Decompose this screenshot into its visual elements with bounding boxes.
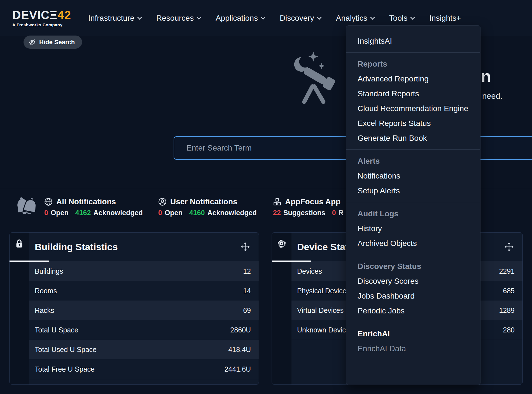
nav-item-label: Discovery	[280, 14, 314, 23]
menu-item-periodic-jobs[interactable]: Periodic Jobs	[346, 303, 480, 318]
hide-search-label: Hide Search	[39, 39, 75, 46]
second-count: 0	[332, 209, 336, 217]
menu-item-enrichai-data-disabled: EnrichAI Data	[346, 341, 480, 356]
open-label: Open	[165, 209, 183, 217]
table-row: Total U Space2860U	[10, 320, 259, 340]
notification-group-stats: 0 Open 4160 Acknowledged	[158, 209, 261, 217]
row-label: Total Used U Space	[35, 346, 97, 354]
nav-item-label: Applications	[216, 14, 258, 23]
notification-group-title: User Notifications	[170, 197, 237, 206]
menu-item-generate-run-book[interactable]: Generate Run Book	[346, 131, 480, 146]
menu-item-jobs-dashboard[interactable]: Jobs Dashboard	[346, 289, 480, 303]
row-label: Total U Space	[35, 326, 78, 334]
menu-section-discovery-status: Discovery Status	[346, 259, 480, 274]
nav-item-label: Infrastructure	[88, 14, 134, 23]
row-value: 2860U	[230, 326, 251, 334]
nav-item-resources[interactable]: Resources	[149, 14, 208, 23]
nav-item-tools[interactable]: Tools	[382, 14, 422, 23]
chevron-down-icon	[410, 15, 415, 20]
brand-logo[interactable]: DEVICΞ42 A Freshworks Company	[12, 9, 71, 27]
menu-divider	[346, 255, 480, 255]
menu-item-cloud-recommendation-engine[interactable]: Cloud Recommendation Engine	[346, 101, 480, 116]
notification-group-title: All Notifications	[56, 197, 116, 206]
nav-item-insights-plus[interactable]: Insights+	[422, 14, 468, 23]
lock-icon	[14, 239, 24, 249]
nav-item-discovery[interactable]: Discovery	[272, 14, 328, 23]
menu-item-discovery-scores[interactable]: Discovery Scores	[346, 274, 480, 289]
menu-section-enrichai: EnrichAI	[346, 326, 480, 341]
card-icon-strip	[272, 233, 291, 384]
menu-item-notifications[interactable]: Notifications	[346, 168, 480, 183]
menu-divider	[346, 149, 480, 150]
acknowledged-count: 4162	[75, 209, 91, 217]
row-label: Buildings	[35, 267, 63, 275]
menu-divider	[346, 322, 480, 322]
menu-section-audit-logs: Audit Logs	[346, 206, 480, 221]
row-label: Unknown Devices	[297, 326, 353, 334]
card-header: Building Statistics	[10, 233, 259, 261]
acknowledged-count: 4160	[189, 209, 205, 217]
building-statistics-rows: Buildings12 Rooms14 Racks69 Total U Spac…	[10, 261, 259, 379]
open-label: Open	[51, 209, 69, 217]
chevron-down-icon	[317, 15, 322, 20]
row-label: Total Free U Space	[35, 365, 95, 373]
hero-title-fragment: n	[481, 67, 491, 85]
menu-item-excel-reports-status[interactable]: Excel Reports Status	[346, 116, 480, 131]
user-icon	[158, 198, 167, 206]
row-value: 418.4U	[228, 346, 251, 354]
menu-section-alerts: Alerts	[346, 154, 480, 168]
menu-item-setup-alerts[interactable]: Setup Alerts	[346, 183, 480, 198]
menu-item-insightsai[interactable]: InsightsAI	[346, 34, 480, 48]
logo-number: 42	[57, 8, 71, 22]
table-row: Rooms14	[10, 281, 259, 301]
row-value: 2441.6U	[224, 365, 251, 373]
nav-item-analytics[interactable]: Analytics	[328, 14, 382, 23]
chevron-down-icon	[261, 15, 265, 20]
row-value: 280	[503, 326, 515, 334]
suggestions-label: Suggestions	[283, 209, 325, 217]
menu-section-reports: Reports	[346, 57, 480, 71]
move-icon[interactable]	[504, 242, 514, 252]
boxes-icon	[273, 198, 281, 206]
notification-group-stats: 0 Open 4162 Acknowledged	[44, 209, 147, 217]
row-value: 685	[503, 287, 515, 295]
bell-icon	[13, 195, 40, 220]
second-label: R	[339, 209, 344, 217]
open-count: 0	[44, 209, 48, 217]
nav-item-label: Resources	[156, 14, 194, 23]
nav-item-infrastructure[interactable]: Infrastructure	[81, 14, 149, 23]
table-row: Racks69	[10, 301, 259, 320]
building-statistics-card: Building Statistics Buildings12 Rooms14 …	[9, 232, 259, 385]
row-label: Racks	[35, 306, 54, 315]
move-icon[interactable]	[240, 242, 250, 252]
all-notifications-group[interactable]: All Notifications 0 Open 4162 Acknowledg…	[44, 197, 147, 217]
hide-search-button[interactable]: Hide Search	[24, 36, 82, 49]
hero-subtitle-fragment: need.	[482, 92, 503, 101]
chip-icon	[277, 239, 287, 249]
notification-group-stats: 22 Suggestions 0 R	[273, 209, 348, 217]
suggestions-count: 22	[273, 209, 281, 217]
logo-stylized-e: Ξ	[50, 8, 57, 22]
menu-item-advanced-reporting[interactable]: Advanced Reporting	[346, 71, 480, 86]
menu-divider	[346, 202, 480, 202]
row-value: 2291	[499, 267, 515, 275]
menu-item-history[interactable]: History	[346, 221, 480, 236]
row-value: 14	[243, 287, 251, 295]
user-notifications-group[interactable]: User Notifications 0 Open 4160 Acknowled…	[158, 197, 261, 217]
acknowledged-label: Acknowledged	[93, 209, 143, 217]
menu-item-standard-reports[interactable]: Standard Reports	[346, 86, 480, 101]
chevron-down-icon	[137, 15, 142, 20]
open-count: 0	[158, 209, 162, 217]
menu-divider	[346, 52, 480, 53]
nav-item-label: Insights+	[429, 14, 461, 23]
analytics-dropdown-menu: InsightsAI Reports Advanced Reporting St…	[346, 25, 480, 385]
globe-icon	[44, 198, 53, 206]
nav-item-label: Analytics	[336, 14, 367, 23]
nav-items: Infrastructure Resources Applications Di…	[81, 14, 468, 23]
row-label: Virtual Devices	[297, 306, 344, 315]
menu-item-archived-objects[interactable]: Archived Objects	[346, 236, 480, 251]
row-value: 12	[243, 267, 251, 275]
row-label: Devices	[297, 267, 322, 275]
nav-item-applications[interactable]: Applications	[208, 14, 272, 23]
appfocus-group[interactable]: AppFocus App 22 Suggestions 0 R	[273, 197, 348, 217]
